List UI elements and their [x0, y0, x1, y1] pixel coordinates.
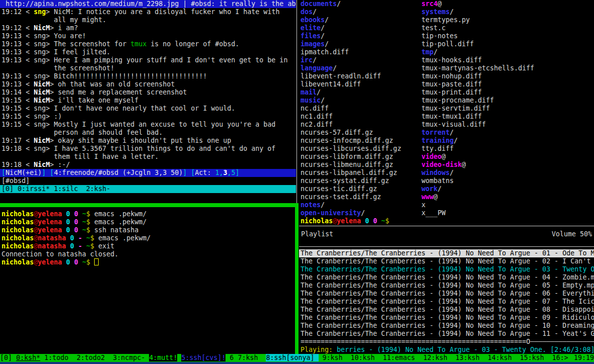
file-listing: documents/ src4@dos/ systems/ebooks/ ter… [299, 0, 594, 217]
bottom-edge-strip [0, 362, 594, 364]
pane-border-horizontal-left[interactable] [0, 203, 299, 207]
file-row: libevent-readln.diff tmux-nohup.diff [299, 72, 594, 80]
player-seekbar[interactable]: ========================================… [299, 338, 594, 346]
terminal-line: 19:15 < NicM> i'll take one myself [0, 97, 296, 105]
tmux-status-bar: [0] 0:ksh* 1:todo 2:todo2 3:ncmpc- 4:mut… [0, 354, 594, 362]
terminal-line: 19:14 < NicM> send me a replacement scre… [0, 88, 296, 97]
file-row: nc1.diff tmux-tmux1.diff [299, 113, 594, 121]
playlist-item[interactable]: The Cranberries/The Cranberries - (1994)… [299, 265, 594, 274]
file-row: nc.diff tmux-servtim.diff [299, 105, 594, 113]
player-volume-indicator: Volume 50% [552, 230, 592, 238]
tmux-clock: 19:19 [570, 354, 594, 362]
terminal-line: 19:13 < sng> Here I am pimping your stuf… [0, 56, 296, 64]
terminal-line: 19:18 < NicM> :-/ [0, 161, 296, 169]
file-row: ebooks/ termtypes.py [299, 16, 594, 24]
file-row: documents/ src4@ [299, 0, 594, 8]
terminal-line: nicholas@yelena 0 0 ~$ emacs .pekwm/ [0, 210, 296, 218]
playlist-item[interactable]: The Cranberries/The Cranberries - (1994)… [299, 274, 594, 282]
terminal-line: 19:13 < NicM> oh that was an old screens… [0, 80, 296, 88]
playlist-item[interactable]: The Cranberries/The Cranberries - (1994)… [299, 282, 594, 290]
files-pane[interactable]: documents/ src4@dos/ systems/ebooks/ ter… [299, 0, 594, 217]
terminal-line: 19:18 < sng> I have 5.3567 trillion thin… [0, 145, 296, 153]
playlist-item[interactable]: The Cranberries/The Cranberries - (1994)… [299, 249, 594, 257]
file-row: nc2.diff tmux-visual.diff [299, 121, 594, 129]
tmux-window-list[interactable]: [0] 0:ksh* 1:todo 2:todo2 3:ncmpc- 4:mut… [0, 354, 568, 362]
text-cursor [94, 258, 99, 265]
irc-status-bar: [NicM(+ei)] [4:freenode/#obsd (+Jcgln 3,… [0, 169, 296, 177]
irc-topic-bar: http://apina.nwpshost.com/medium/m_2298.… [0, 0, 296, 8]
terminal-line: 19:13 < sng> You are! [0, 32, 296, 40]
file-row: ncurses-libmenu.diff.gz video-disk@ [299, 161, 594, 169]
terminal-window: http://apina.nwpshost.com/medium/m_2298.… [0, 0, 594, 364]
file-row: ncurses-57.diff.gz torrent/ [299, 129, 594, 137]
file-row: elite/ test.c [299, 24, 594, 32]
file-row: irc/ tmux-hooks.diff [299, 56, 594, 64]
terminal-line: 19:15 < sng> I don't have one nearly tha… [0, 105, 296, 113]
player-status-line: Playing: berries - (1994) No Need To Arg… [299, 346, 594, 354]
player-view-title: Playlist [301, 230, 333, 238]
file-row: ncurses-tset.diff.gz www@ [299, 193, 594, 201]
terminal-line: nicholas@yelena 0 0 ~$ ssh natasha [0, 226, 296, 234]
file-row: files/ tip-notes [299, 32, 594, 40]
terminal-line: the screenshot! [0, 64, 296, 72]
terminal-line: 19:12 < sng> NicM: I notice you are a di… [0, 8, 296, 16]
terminal-line: nicholas@yelena 0 0 ~$ emacs .pekwm/ [0, 218, 296, 226]
pane-border-vertical-top [296, 0, 297, 203]
terminal-line: 19:12 < NicM> i am? [0, 24, 296, 32]
file-row: libevent14.diff tmux-paste.diff [299, 80, 594, 88]
file-row: language/ tmux-martynas-etcshells.diff [299, 64, 594, 72]
terminal-line: 19:15 < sng> Mostly I just wanted an exc… [0, 121, 296, 129]
file-row: dos/ systems/ [299, 8, 594, 16]
playlist-item[interactable]: The Cranberries/The Cranberries - (1994)… [299, 314, 594, 322]
file-row: ipmatch.diff tmp/ [299, 48, 594, 56]
music-player-pane[interactable]: Playlist Volume 50% The Cranberries/The … [299, 226, 594, 354]
playlist-item[interactable]: The Cranberries/The Cranberries - (1994)… [299, 306, 594, 314]
irc-message-area: 19:12 < sng> NicM: I notice you are a di… [0, 8, 296, 177]
file-row: ncurses-libform.diff.gz video@ [299, 153, 594, 161]
terminal-line: nicholas@natasha 0 - ~$ emacs .pekwm/ [0, 234, 296, 242]
terminal-line: nicholas@natasha 0 - ~$ exit [0, 242, 296, 250]
file-row: ncurses-libpanel.diff.gz windows/ [299, 169, 594, 177]
file-row: notes/ x [299, 201, 594, 209]
irc-pane[interactable]: http://apina.nwpshost.com/medium/m_2298.… [0, 0, 296, 201]
file-row: mail/ tmux-print.diff [299, 88, 594, 97]
file-row: music/ tmux-procname.diff [299, 97, 594, 105]
shell-pane[interactable]: nicholas@yelena 0 0 ~$ emacs .pekwm/nich… [0, 210, 296, 354]
shell-prompt[interactable]: nicholas@yelena 0 0 ~$ [299, 217, 594, 225]
file-row: open-university/ x___PW [299, 209, 594, 217]
player-header-rule [299, 246, 594, 247]
playlist-item[interactable]: The Cranberries/The Cranberries - (1994)… [299, 290, 594, 298]
file-row: ncurses-infocmp.diff.gz training/ [299, 137, 594, 145]
terminal-line: nicholas@yelena 0 0 ~$ [0, 258, 296, 266]
playlist-item[interactable]: The Cranberries/The Cranberries - (1994)… [299, 322, 594, 330]
file-row: ncurses-systat.diff.gz wombatns [299, 177, 594, 185]
terminal-line: 19:15 < sng> :) [0, 113, 296, 121]
terminal-line: them till I have a letter. [0, 153, 296, 161]
terminal-line: 19:13 < sng> Bitch!!!!!!!!!!!!!!!!!!!!!!… [0, 72, 296, 80]
playlist-item[interactable]: The Cranberries/The Cranberries - (1994)… [299, 330, 594, 338]
playlist-item[interactable]: The Cranberries/The Cranberries - (1994)… [299, 257, 594, 265]
file-row: ncurses-libcurses.diff.gz tty.diff [299, 145, 594, 153]
terminal-line: Connection to natasha closed. [0, 250, 296, 258]
file-row: ncurses-tic.diff.gz work/ [299, 185, 594, 193]
nested-session-window-bar: [0] 0:irssi* 1:silc 2:ksh- [0, 185, 296, 193]
terminal-line: 19:13 < sng> The screenshot for tmux is … [0, 40, 296, 48]
terminal-line: all my might. [0, 16, 296, 24]
terminal-line: 19:13 < sng> I feel jilted. [0, 48, 296, 56]
playlist[interactable]: The Cranberries/The Cranberries - (1994)… [299, 249, 594, 338]
irc-input-line[interactable]: [#obsd] [0, 177, 296, 185]
file-row: images/ tip-poll.diff [299, 40, 594, 48]
terminal-line: 19:17 < NicM> okay shit maybe i shouldn'… [0, 137, 296, 145]
playlist-item[interactable]: The Cranberries/The Cranberries - (1994)… [299, 298, 594, 306]
terminal-line: person and should feel bad. [0, 129, 296, 137]
